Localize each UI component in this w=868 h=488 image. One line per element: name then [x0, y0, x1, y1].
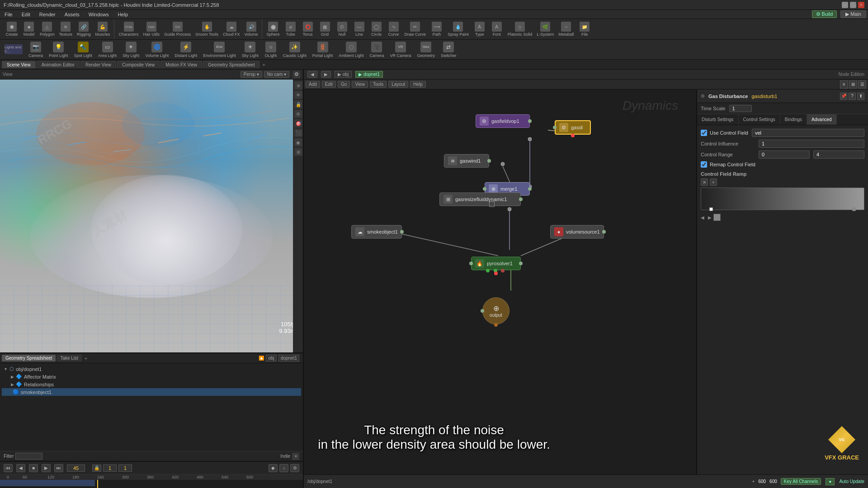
tool-path[interactable]: ⟶Path — [429, 21, 445, 38]
tab-scene-view[interactable]: Scene View — [2, 61, 36, 68]
ramp-handle-1[interactable] — [709, 207, 713, 211]
node-gasdi[interactable]: ⚙ gasdi — [555, 120, 591, 135]
ne-layout-button[interactable]: Layout — [388, 81, 408, 88]
tree-smokeobject[interactable]: 🔵 smokeobject1 — [2, 388, 301, 396]
key-all-button[interactable]: Key All Channels — [781, 478, 821, 485]
tool-tube[interactable]: ⌀Tube — [283, 21, 299, 38]
node-gaswind1[interactable]: ≋ gaswind1 — [444, 154, 489, 168]
ramp-color-swatch[interactable] — [713, 214, 721, 221]
vs-tool-4[interactable]: ⚙ — [294, 110, 302, 118]
viewport-settings-button[interactable]: ⚙ — [293, 71, 300, 78]
light-olight[interactable]: ○OLight — [262, 41, 280, 59]
tool-texture[interactable]: ≋Texture — [57, 21, 75, 38]
timeline-marker[interactable] — [97, 480, 98, 488]
node-volumesource1[interactable]: ● volumesource1 — [550, 225, 604, 239]
tool-grid[interactable]: ▦Grid — [317, 21, 333, 38]
tool-groom[interactable]: ✋Groom Tools — [193, 21, 220, 38]
timeline-bar[interactable]: 0 60 120 180 240 300 360 420 480 540 600 — [0, 474, 303, 488]
light-area[interactable]: ▭Area Light — [95, 41, 119, 59]
ne-detail-view[interactable]: ☰ — [858, 80, 866, 89]
tl-prev-button[interactable]: ◀ — [16, 464, 25, 472]
tool-create[interactable]: ⬟Create — [4, 21, 20, 38]
ne-tools-button[interactable]: Tools — [370, 81, 387, 88]
control-field-input[interactable] — [752, 129, 864, 137]
tl-keyframe-button[interactable]: ◆ — [269, 464, 278, 472]
ne-add-button[interactable]: Add — [306, 81, 320, 88]
tl-lock-button[interactable]: 🔒 — [92, 465, 101, 472]
tree-affector[interactable]: ▶ 🔷 Affector Matrix — [2, 373, 301, 380]
tl-audio-button[interactable]: ♪ — [279, 464, 288, 472]
tool-characters[interactable]: CharCharacters — [117, 21, 141, 38]
props-tab-control[interactable]: Control Settings — [739, 114, 780, 125]
node-gasfieldvop1[interactable]: ⚙ gasfieldvop1 — [476, 114, 530, 128]
tool-cloud[interactable]: ☁Cloud FX — [221, 21, 242, 38]
tool-platonic[interactable]: ◇Platonic Solid — [506, 21, 534, 38]
tool-rigging[interactable]: 🔗Rigging — [75, 21, 93, 38]
menu-assets[interactable]: Assets — [62, 11, 82, 18]
tl-stop-button[interactable]: ■ — [29, 464, 38, 472]
light-point[interactable]: 💡Point Light — [46, 41, 71, 59]
ramp-add-button[interactable]: + — [710, 178, 717, 186]
light-geometry[interactable]: GeoGeometry — [414, 41, 438, 59]
tool-lsystem[interactable]: 🌿L-System — [535, 21, 556, 38]
ne-view-button[interactable]: View — [352, 81, 368, 88]
tool-volume[interactable]: 🔊Volume — [243, 21, 260, 38]
tool-null[interactable]: ∅Null — [334, 21, 350, 38]
tl-back-button[interactable]: ⏮ — [4, 464, 13, 472]
tl-forward-button[interactable]: ⏭ — [54, 464, 63, 472]
tab-motionfx[interactable]: Motion FX View — [160, 61, 202, 68]
light-switcher[interactable]: ⇄Switcher — [438, 41, 459, 59]
node-gasresize[interactable]: ⊞ gasresizefluiddynamic1 — [439, 192, 521, 206]
ne-dopnet-selector[interactable]: ▶ dopnet1 — [355, 71, 383, 78]
light-volume[interactable]: 🌀Volume Light — [142, 41, 171, 59]
vs-tool-8[interactable]: ⊞ — [294, 148, 302, 156]
control-range-max-input[interactable] — [813, 150, 864, 159]
light-spot[interactable]: 🔦Spot Light — [71, 41, 95, 59]
tool-drawcurve[interactable]: ✏Draw Curve — [403, 21, 428, 38]
menu-windows[interactable]: Windows — [86, 11, 112, 18]
vs-tool-2[interactable]: 👁 — [294, 91, 302, 99]
camera-button[interactable]: No cam ▾ — [264, 71, 289, 78]
light-vrcam[interactable]: VRVR Camera — [387, 41, 414, 59]
vs-tool-5[interactable]: 🎯 — [294, 119, 302, 127]
ne-forward-button[interactable]: ▶ — [321, 71, 331, 78]
tool-type[interactable]: AType — [472, 21, 488, 38]
menu-edit[interactable]: Edit — [19, 11, 33, 18]
ramp-handle-2[interactable] — [852, 207, 856, 211]
ramp-container[interactable] — [701, 188, 864, 210]
node-output[interactable]: ⊕ output — [482, 297, 509, 324]
tool-spraypaint[interactable]: 💧Spray Paint — [446, 21, 471, 38]
build-button[interactable]: ⚙ Build — [812, 10, 837, 18]
filter-input[interactable] — [15, 453, 42, 460]
ne-edit-button[interactable]: Edit — [322, 81, 336, 88]
viewport[interactable]: RRCG 人素材 105fps 9.93ms ⊕ 👁 🔒 ⚙ 🎯 ⬛ ◉ ⊞ — [0, 80, 303, 352]
obj-selector[interactable]: obj — [266, 355, 276, 361]
ramp-delete-button[interactable]: ✕ — [701, 178, 708, 186]
tree-relationships[interactable]: ▶ 🔷 Relationships — [2, 380, 301, 388]
ne-grid-view[interactable]: ⊞ — [849, 80, 857, 89]
vs-tool-6[interactable]: ⬛ — [294, 129, 302, 137]
node-pyrosolver1[interactable]: 🔥 pyrosolver1 — [471, 257, 521, 270]
main-button[interactable]: ▶ Main — [840, 10, 866, 18]
tool-muscles[interactable]: 💪Muscles — [94, 21, 112, 38]
start-frame-input[interactable] — [103, 465, 117, 472]
tool-line[interactable]: —Line — [351, 21, 368, 38]
auto-update-indicator[interactable]: ● — [826, 478, 835, 485]
maximize-button[interactable]: □ — [850, 2, 856, 8]
tool-model[interactable]: ■Model — [21, 21, 37, 38]
tool-polygon[interactable]: △Polygon — [38, 21, 57, 38]
tab-composite-view[interactable]: Composite View — [117, 61, 160, 68]
vs-tool-3[interactable]: 🔒 — [294, 100, 302, 108]
tab-take-list[interactable]: Take List — [57, 355, 81, 361]
tool-torus[interactable]: ⭕Torus — [300, 21, 316, 38]
tree-dopnet[interactable]: ▼ ⬡ obj/dopnet1 — [2, 365, 301, 373]
light-caustic[interactable]: ✨Caustic Light — [280, 41, 309, 59]
props-tab-bindings[interactable]: Bindings — [780, 114, 807, 125]
timescale-input[interactable] — [729, 105, 752, 112]
tab-geometry-spreadsheet[interactable]: Geometry Spreadsheet — [203, 61, 259, 68]
light-portal[interactable]: 🚪Portal Light — [310, 41, 336, 59]
vs-tool-1[interactable]: ⊕ — [294, 81, 302, 89]
ne-obj-selector[interactable]: ▶ obj — [335, 71, 352, 78]
minimize-button[interactable]: ─ — [842, 2, 848, 8]
light-cam2[interactable]: 🎥Camera — [367, 41, 387, 59]
